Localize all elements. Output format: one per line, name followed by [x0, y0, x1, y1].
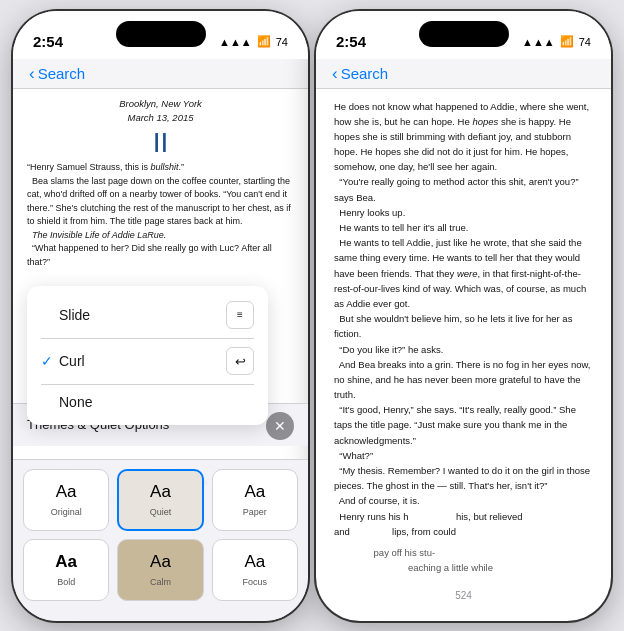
book-content: Brooklyn, New YorkMarch 13, 2015 II “Hen…: [13, 89, 308, 269]
battery-icon: 74: [276, 36, 288, 48]
back-chevron-right: ‹: [332, 65, 338, 82]
reading-paragraph: He does not know what happened to Addie,…: [334, 99, 593, 539]
curl-label: Curl: [59, 353, 85, 369]
signal-icon: ▲▲▲: [219, 36, 252, 48]
none-label: None: [59, 394, 92, 410]
back-label-right: Search: [341, 65, 389, 82]
wifi-icon-right: 📶: [560, 35, 574, 48]
book-paragraph: “Henry Samuel Strauss, this is bullshit.…: [27, 161, 294, 269]
scroll-item-none[interactable]: None: [27, 385, 268, 419]
dynamic-island-right: [419, 21, 509, 47]
page-number: 524: [316, 590, 611, 601]
nav-bar-left: ‹ Search: [13, 59, 308, 89]
back-button-left[interactable]: ‹ Search: [29, 65, 292, 82]
status-icons-left: ▲▲▲ 📶 74: [219, 35, 288, 48]
theme-quiet[interactable]: Aa Quiet: [117, 469, 203, 531]
time-left: 2:54: [33, 33, 63, 50]
theme-focus[interactable]: Aa Focus: [212, 539, 298, 601]
time-right: 2:54: [336, 33, 366, 50]
theme-original[interactable]: Aa Original: [23, 469, 109, 531]
close-button[interactable]: ✕: [266, 412, 294, 440]
back-chevron-left: ‹: [29, 65, 35, 82]
book-header: Brooklyn, New YorkMarch 13, 2015: [27, 97, 294, 126]
theme-quiet-label: Quiet: [150, 507, 172, 517]
dynamic-island: [116, 21, 206, 47]
back-button-right[interactable]: ‹ Search: [332, 65, 595, 82]
reading-paragraph-2: pay off his stu- eaching a little while …: [334, 545, 593, 579]
theme-grid: Aa Original Aa Quiet Aa Paper Aa Bold Aa…: [13, 463, 308, 621]
scroll-menu: Slide ≡ ✓ Curl ↩ None: [27, 286, 268, 425]
theme-paper-aa: Aa: [244, 482, 265, 502]
back-label-left: Search: [38, 65, 86, 82]
theme-original-aa: Aa: [56, 482, 77, 502]
curl-check: ✓: [41, 353, 53, 369]
theme-focus-aa: Aa: [244, 552, 265, 572]
theme-bold-label: Bold: [57, 577, 75, 587]
theme-paper-label: Paper: [243, 507, 267, 517]
scroll-item-curl[interactable]: ✓ Curl ↩: [27, 338, 268, 384]
right-phone: 2:54 ▲▲▲ 📶 74 ‹ Search He does not know …: [316, 11, 611, 621]
wifi-icon: 📶: [257, 35, 271, 48]
slide-icon: ≡: [226, 301, 254, 329]
scroll-item-slide[interactable]: Slide ≡: [27, 292, 268, 338]
theme-focus-label: Focus: [243, 577, 268, 587]
nav-bar-right: ‹ Search: [316, 59, 611, 89]
theme-original-label: Original: [51, 507, 82, 517]
theme-calm-label: Calm: [150, 577, 171, 587]
slide-label: Slide: [59, 307, 90, 323]
chapter-number: II: [27, 129, 294, 157]
battery-icon-right: 74: [579, 36, 591, 48]
theme-bold[interactable]: Aa Bold: [23, 539, 109, 601]
left-phone: 2:54 ▲▲▲ 📶 74 ‹ Search Brooklyn, New Yor…: [13, 11, 308, 621]
signal-icon-right: ▲▲▲: [522, 36, 555, 48]
theme-calm-aa: Aa: [150, 552, 171, 572]
reading-content: He does not know what happened to Addie,…: [316, 89, 611, 579]
theme-paper[interactable]: Aa Paper: [212, 469, 298, 531]
curl-icon: ↩: [226, 347, 254, 375]
theme-calm[interactable]: Aa Calm: [117, 539, 203, 601]
theme-bold-aa: Aa: [55, 552, 77, 572]
theme-quiet-aa: Aa: [150, 482, 171, 502]
status-icons-right: ▲▲▲ 📶 74: [522, 35, 591, 48]
